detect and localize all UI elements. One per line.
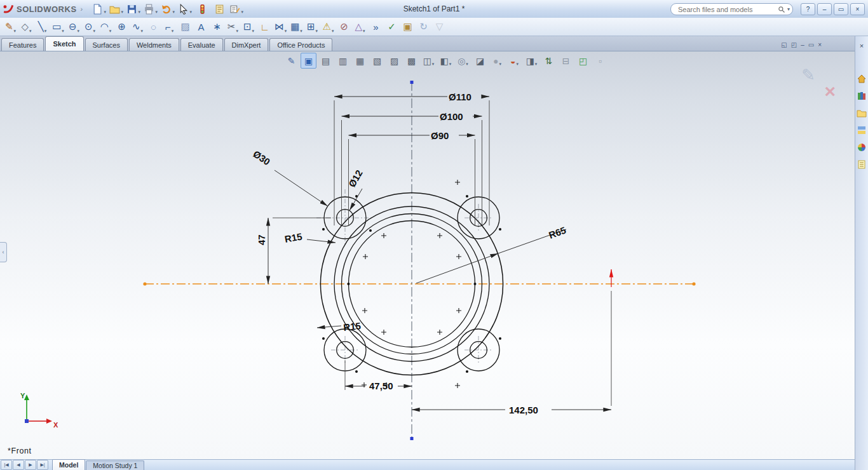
dim-label-142-50[interactable]: 142,50 <box>509 405 538 415</box>
solidworks-resources-tab[interactable] <box>857 74 867 86</box>
tab-evaluate[interactable]: Evaluate <box>180 38 223 51</box>
centerline-endpoint-top[interactable] <box>410 81 414 84</box>
rebuild-button[interactable] <box>194 2 210 16</box>
nav-next-button[interactable]: ▶ <box>25 460 36 470</box>
dim-label-dia30[interactable]: Ø30 <box>251 148 272 167</box>
view-settings[interactable]: ◨ <box>524 53 539 69</box>
dimension-142-50[interactable]: 142,50 <box>412 291 611 415</box>
move-with-triad[interactable]: ⇅ <box>541 53 557 69</box>
plane-tool[interactable]: ▨ <box>177 19 193 35</box>
nav-prev-button[interactable]: ◀ <box>13 460 24 470</box>
tab-model[interactable]: Model <box>52 459 85 470</box>
doc-restore-button[interactable]: ▭ <box>808 42 814 48</box>
cancel-sketch-icon[interactable]: × <box>824 83 836 100</box>
doc-new-window-button[interactable]: ◱ <box>781 42 787 48</box>
centerpoint-arc-tool[interactable]: ◠ <box>98 19 114 35</box>
quick-snaps-tool[interactable]: △ <box>352 19 368 35</box>
file-properties-button[interactable] <box>212 2 227 16</box>
offset-entities-tool[interactable]: ∟ <box>257 19 273 35</box>
snapshot[interactable]: ▫ <box>592 53 608 69</box>
open-file-button[interactable] <box>109 2 124 16</box>
print-button[interactable] <box>143 2 158 16</box>
repair-sketch-tool[interactable]: ⊘ <box>336 19 352 35</box>
convert-entities-tool[interactable]: ⊡ <box>241 19 257 35</box>
restore-button[interactable]: ▭ <box>834 3 848 15</box>
apply-scene[interactable]: ● <box>489 53 505 69</box>
text-tool[interactable]: A <box>193 19 209 35</box>
view-back[interactable]: ▤ <box>318 53 334 69</box>
nav-last-button[interactable]: ▶| <box>37 460 48 470</box>
tab-weldments[interactable]: Weldments <box>129 38 179 51</box>
dimension-r15-top[interactable]: R15 <box>284 231 336 245</box>
custom-properties-tab[interactable] <box>857 159 867 172</box>
dimension-dia12[interactable]: Ø12 <box>346 168 365 210</box>
view-orientation[interactable]: ◫ <box>421 53 437 69</box>
selection-filter-tool[interactable]: ▽ <box>431 19 447 35</box>
edit-appearance[interactable]: ◒ <box>506 53 522 69</box>
move-entities-tool[interactable]: ⊞ <box>304 19 320 35</box>
dimension-47[interactable]: 47 <box>256 218 331 284</box>
trim-entities-tool[interactable]: ✂ <box>225 19 241 35</box>
construction-endpoint-right[interactable] <box>692 282 695 285</box>
file-explorer-tab[interactable] <box>857 108 867 121</box>
new-file-button[interactable] <box>92 2 107 16</box>
view-front[interactable]: ▣ <box>301 53 316 69</box>
save-button[interactable] <box>126 2 141 16</box>
pen-view-tool[interactable]: ✎ <box>283 53 299 69</box>
dim-label-r15-bottom[interactable]: R15 <box>343 320 362 333</box>
view-bottom[interactable]: ▨ <box>386 53 402 69</box>
dimension-dia30[interactable]: Ø30 <box>251 148 327 206</box>
search-box[interactable]: ▾ <box>670 3 793 15</box>
dim-label-47-50[interactable]: 47,50 <box>369 380 393 391</box>
search-icon[interactable] <box>778 6 785 13</box>
close-button[interactable]: × <box>850 3 865 15</box>
display-delete-relations-tool[interactable]: ⚠ <box>320 19 336 35</box>
minimize-button[interactable]: – <box>817 3 832 15</box>
centerline-endpoint-bottom[interactable] <box>410 437 414 440</box>
sketch-fillet-tool[interactable]: ⌐ <box>161 19 177 35</box>
dimension-47-50[interactable]: 47,50 <box>345 360 412 391</box>
sketch-canvas[interactable]: Ø110 Ø100 Ø90 Ø30 <box>0 51 855 459</box>
view-right[interactable]: ▦ <box>352 53 368 69</box>
dimension-r65[interactable]: R65 <box>416 224 567 283</box>
design-library-tab[interactable] <box>857 91 867 104</box>
copy-appearance[interactable]: ⊟ <box>558 53 574 69</box>
dim-label-47[interactable]: 47 <box>256 234 267 245</box>
dim-label-dia100[interactable]: Ø100 <box>440 111 463 122</box>
search-input[interactable] <box>677 5 778 14</box>
modify-sketch-tool[interactable]: ↻ <box>416 19 431 35</box>
instant2d-tool[interactable]: ✓ <box>384 19 400 35</box>
dim-label-dia12[interactable]: Ø12 <box>346 168 365 189</box>
select-button[interactable] <box>177 2 193 16</box>
insert-picture[interactable]: ◰ <box>575 53 591 69</box>
mirror-entities-tool[interactable]: ⋈ <box>273 19 288 35</box>
hide-show-items[interactable]: ◎ <box>455 53 471 69</box>
tab-surfaces[interactable]: Surfaces <box>85 38 128 51</box>
dimension-r15-bottom[interactable]: R15 <box>317 320 362 333</box>
doc-close-button[interactable]: × <box>818 42 822 48</box>
graphics-area[interactable]: Ø110 Ø100 Ø90 Ø30 <box>0 51 855 459</box>
tab-features[interactable]: Features <box>1 38 44 51</box>
view-left[interactable]: ▥ <box>335 53 351 69</box>
tab-sketch[interactable]: Sketch <box>45 36 83 51</box>
construction-endpoint-left[interactable] <box>143 282 146 285</box>
smart-dimension-tool[interactable]: ◇ <box>18 19 34 35</box>
tab-dimxpert[interactable]: DimXpert <box>224 38 269 51</box>
section-view[interactable]: ◪ <box>472 53 488 69</box>
point-tool[interactable]: ∗ <box>209 19 225 35</box>
rapid-sketch-tool[interactable]: » <box>368 19 384 35</box>
tab-office-products[interactable]: Office Products <box>269 38 332 51</box>
search-dropdown-icon[interactable]: ▾ <box>787 6 790 12</box>
dim-label-r15-top[interactable]: R15 <box>284 231 303 245</box>
corner-rectangle-tool[interactable]: ▭ <box>50 19 66 35</box>
display-style[interactable]: ◧ <box>438 53 454 69</box>
featuremanager-flyout-tab[interactable]: ‹ <box>0 242 7 262</box>
linear-sketch-pattern-tool[interactable]: ▦ <box>288 19 304 35</box>
appearances-scenes-tab[interactable] <box>857 142 867 155</box>
dim-label-r65[interactable]: R65 <box>547 224 567 240</box>
confirm-exit-sketch-icon[interactable]: ✎ <box>801 65 815 85</box>
doc-minimize-button[interactable]: – <box>801 42 804 48</box>
help-button[interactable]: ? <box>801 3 815 15</box>
undo-button[interactable] <box>160 2 175 16</box>
dim-label-dia90[interactable]: Ø90 <box>431 130 449 141</box>
